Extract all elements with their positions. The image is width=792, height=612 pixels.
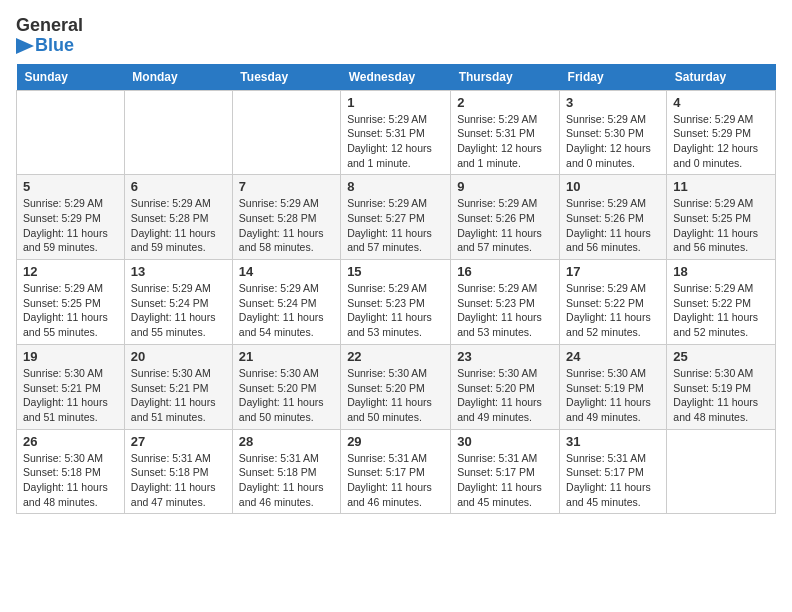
calendar-cell: 19Sunrise: 5:30 AM Sunset: 5:21 PM Dayli… (17, 344, 125, 429)
cell-info: Sunrise: 5:29 AM Sunset: 5:30 PM Dayligh… (566, 112, 660, 171)
date-number: 29 (347, 434, 444, 449)
date-number: 16 (457, 264, 553, 279)
calendar-cell: 25Sunrise: 5:30 AM Sunset: 5:19 PM Dayli… (667, 344, 776, 429)
cell-info: Sunrise: 5:31 AM Sunset: 5:17 PM Dayligh… (566, 451, 660, 510)
cell-info: Sunrise: 5:29 AM Sunset: 5:29 PM Dayligh… (673, 112, 769, 171)
date-number: 17 (566, 264, 660, 279)
cell-info: Sunrise: 5:31 AM Sunset: 5:18 PM Dayligh… (131, 451, 226, 510)
date-number: 11 (673, 179, 769, 194)
day-header-wednesday: Wednesday (341, 64, 451, 91)
cell-info: Sunrise: 5:29 AM Sunset: 5:24 PM Dayligh… (239, 281, 334, 340)
calendar-cell: 11Sunrise: 5:29 AM Sunset: 5:25 PM Dayli… (667, 175, 776, 260)
week-row-3: 12Sunrise: 5:29 AM Sunset: 5:25 PM Dayli… (17, 260, 776, 345)
calendar-cell: 31Sunrise: 5:31 AM Sunset: 5:17 PM Dayli… (560, 429, 667, 514)
cell-info: Sunrise: 5:29 AM Sunset: 5:28 PM Dayligh… (239, 196, 334, 255)
cell-info: Sunrise: 5:29 AM Sunset: 5:29 PM Dayligh… (23, 196, 118, 255)
calendar-cell: 24Sunrise: 5:30 AM Sunset: 5:19 PM Dayli… (560, 344, 667, 429)
cell-info: Sunrise: 5:30 AM Sunset: 5:21 PM Dayligh… (131, 366, 226, 425)
week-row-1: 1Sunrise: 5:29 AM Sunset: 5:31 PM Daylig… (17, 90, 776, 175)
cell-info: Sunrise: 5:29 AM Sunset: 5:31 PM Dayligh… (347, 112, 444, 171)
cell-info: Sunrise: 5:29 AM Sunset: 5:27 PM Dayligh… (347, 196, 444, 255)
calendar-cell: 21Sunrise: 5:30 AM Sunset: 5:20 PM Dayli… (232, 344, 340, 429)
day-header-saturday: Saturday (667, 64, 776, 91)
calendar-cell: 16Sunrise: 5:29 AM Sunset: 5:23 PM Dayli… (451, 260, 560, 345)
calendar-cell (232, 90, 340, 175)
calendar-cell: 12Sunrise: 5:29 AM Sunset: 5:25 PM Dayli… (17, 260, 125, 345)
calendar-cell: 10Sunrise: 5:29 AM Sunset: 5:26 PM Dayli… (560, 175, 667, 260)
date-number: 31 (566, 434, 660, 449)
calendar-cell: 7Sunrise: 5:29 AM Sunset: 5:28 PM Daylig… (232, 175, 340, 260)
cell-info: Sunrise: 5:30 AM Sunset: 5:19 PM Dayligh… (673, 366, 769, 425)
calendar-table: SundayMondayTuesdayWednesdayThursdayFrid… (16, 64, 776, 515)
cell-info: Sunrise: 5:29 AM Sunset: 5:25 PM Dayligh… (23, 281, 118, 340)
calendar-cell: 22Sunrise: 5:30 AM Sunset: 5:20 PM Dayli… (341, 344, 451, 429)
cell-info: Sunrise: 5:30 AM Sunset: 5:20 PM Dayligh… (457, 366, 553, 425)
day-header-monday: Monday (124, 64, 232, 91)
date-number: 1 (347, 95, 444, 110)
day-header-friday: Friday (560, 64, 667, 91)
date-number: 9 (457, 179, 553, 194)
day-header-thursday: Thursday (451, 64, 560, 91)
week-row-5: 26Sunrise: 5:30 AM Sunset: 5:18 PM Dayli… (17, 429, 776, 514)
calendar-cell: 1Sunrise: 5:29 AM Sunset: 5:31 PM Daylig… (341, 90, 451, 175)
calendar-cell: 18Sunrise: 5:29 AM Sunset: 5:22 PM Dayli… (667, 260, 776, 345)
cell-info: Sunrise: 5:29 AM Sunset: 5:28 PM Dayligh… (131, 196, 226, 255)
date-number: 4 (673, 95, 769, 110)
cell-info: Sunrise: 5:30 AM Sunset: 5:20 PM Dayligh… (239, 366, 334, 425)
date-number: 10 (566, 179, 660, 194)
calendar-cell: 29Sunrise: 5:31 AM Sunset: 5:17 PM Dayli… (341, 429, 451, 514)
cell-info: Sunrise: 5:29 AM Sunset: 5:23 PM Dayligh… (457, 281, 553, 340)
date-number: 2 (457, 95, 553, 110)
date-number: 28 (239, 434, 334, 449)
cell-info: Sunrise: 5:29 AM Sunset: 5:24 PM Dayligh… (131, 281, 226, 340)
logo-arrow-icon (16, 38, 34, 54)
date-number: 22 (347, 349, 444, 364)
date-number: 7 (239, 179, 334, 194)
calendar-cell (17, 90, 125, 175)
logo-text: General Blue (16, 16, 83, 56)
calendar-cell (667, 429, 776, 514)
calendar-cell: 6Sunrise: 5:29 AM Sunset: 5:28 PM Daylig… (124, 175, 232, 260)
cell-info: Sunrise: 5:30 AM Sunset: 5:20 PM Dayligh… (347, 366, 444, 425)
calendar-cell: 23Sunrise: 5:30 AM Sunset: 5:20 PM Dayli… (451, 344, 560, 429)
header-row: SundayMondayTuesdayWednesdayThursdayFrid… (17, 64, 776, 91)
date-number: 6 (131, 179, 226, 194)
date-number: 12 (23, 264, 118, 279)
calendar-cell (124, 90, 232, 175)
date-number: 14 (239, 264, 334, 279)
logo-general: General (16, 16, 83, 36)
calendar-cell: 15Sunrise: 5:29 AM Sunset: 5:23 PM Dayli… (341, 260, 451, 345)
calendar-cell: 30Sunrise: 5:31 AM Sunset: 5:17 PM Dayli… (451, 429, 560, 514)
calendar-cell: 9Sunrise: 5:29 AM Sunset: 5:26 PM Daylig… (451, 175, 560, 260)
cell-info: Sunrise: 5:31 AM Sunset: 5:17 PM Dayligh… (347, 451, 444, 510)
calendar-cell: 2Sunrise: 5:29 AM Sunset: 5:31 PM Daylig… (451, 90, 560, 175)
date-number: 19 (23, 349, 118, 364)
date-number: 25 (673, 349, 769, 364)
calendar-cell: 17Sunrise: 5:29 AM Sunset: 5:22 PM Dayli… (560, 260, 667, 345)
cell-info: Sunrise: 5:29 AM Sunset: 5:22 PM Dayligh… (673, 281, 769, 340)
svg-marker-0 (16, 38, 34, 54)
date-number: 8 (347, 179, 444, 194)
date-number: 30 (457, 434, 553, 449)
date-number: 23 (457, 349, 553, 364)
day-header-sunday: Sunday (17, 64, 125, 91)
calendar-cell: 26Sunrise: 5:30 AM Sunset: 5:18 PM Dayli… (17, 429, 125, 514)
day-header-tuesday: Tuesday (232, 64, 340, 91)
week-row-4: 19Sunrise: 5:30 AM Sunset: 5:21 PM Dayli… (17, 344, 776, 429)
cell-info: Sunrise: 5:30 AM Sunset: 5:19 PM Dayligh… (566, 366, 660, 425)
calendar-cell: 4Sunrise: 5:29 AM Sunset: 5:29 PM Daylig… (667, 90, 776, 175)
cell-info: Sunrise: 5:29 AM Sunset: 5:23 PM Dayligh… (347, 281, 444, 340)
date-number: 18 (673, 264, 769, 279)
date-number: 3 (566, 95, 660, 110)
cell-info: Sunrise: 5:29 AM Sunset: 5:26 PM Dayligh… (457, 196, 553, 255)
calendar-cell: 20Sunrise: 5:30 AM Sunset: 5:21 PM Dayli… (124, 344, 232, 429)
logo: General Blue (16, 16, 83, 56)
logo-blue: Blue (16, 36, 83, 56)
date-number: 21 (239, 349, 334, 364)
cell-info: Sunrise: 5:30 AM Sunset: 5:21 PM Dayligh… (23, 366, 118, 425)
date-number: 24 (566, 349, 660, 364)
cell-info: Sunrise: 5:29 AM Sunset: 5:31 PM Dayligh… (457, 112, 553, 171)
calendar-cell: 14Sunrise: 5:29 AM Sunset: 5:24 PM Dayli… (232, 260, 340, 345)
date-number: 5 (23, 179, 118, 194)
date-number: 27 (131, 434, 226, 449)
